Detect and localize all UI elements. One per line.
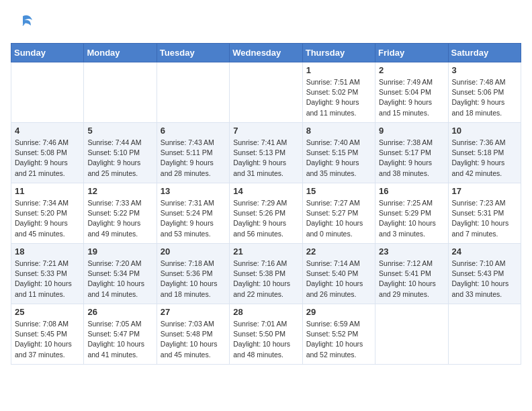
day-number: 22 [306,246,371,257]
calendar-cell: 10Sunrise: 7:36 AMSunset: 5:18 PMDayligh… [448,123,521,183]
cell-info: Sunrise: 7:34 AMSunset: 5:20 PMDaylight:… [15,198,80,239]
day-number: 28 [233,307,298,317]
day-number: 20 [161,246,226,257]
calendar-cell: 9Sunrise: 7:38 AMSunset: 5:17 PMDaylight… [375,123,448,183]
cell-info: Sunrise: 7:05 AMSunset: 5:47 PMDaylight:… [87,319,152,360]
day-number: 19 [87,246,152,257]
calendar-cell [375,304,448,365]
day-number: 6 [161,126,226,136]
calendar-cell: 11Sunrise: 7:34 AMSunset: 5:20 PMDayligh… [11,183,84,244]
calendar-cell: 16Sunrise: 7:25 AMSunset: 5:29 PMDayligh… [375,183,448,244]
calendar-cell: 28Sunrise: 7:01 AMSunset: 5:50 PMDayligh… [230,304,302,365]
cell-info: Sunrise: 7:23 AMSunset: 5:31 PMDaylight:… [452,198,517,239]
cell-info: Sunrise: 7:44 AMSunset: 5:10 PMDaylight:… [87,138,152,179]
cell-info: Sunrise: 7:12 AMSunset: 5:41 PMDaylight:… [379,259,444,300]
calendar-header-row: SundayMondayTuesdayWednesdayThursdayFrid… [11,44,521,62]
calendar-cell: 20Sunrise: 7:18 AMSunset: 5:36 PMDayligh… [157,244,229,304]
day-number: 12 [87,186,152,196]
day-number: 26 [87,307,152,317]
day-number: 29 [306,307,371,317]
calendar-cell: 7Sunrise: 7:41 AMSunset: 5:13 PMDaylight… [230,123,302,183]
calendar-cell: 21Sunrise: 7:16 AMSunset: 5:38 PMDayligh… [230,244,302,304]
cell-info: Sunrise: 6:59 AMSunset: 5:52 PMDaylight:… [306,319,371,360]
page-header [11,11,521,35]
cell-info: Sunrise: 7:36 AMSunset: 5:18 PMDaylight:… [452,138,517,179]
calendar-cell [448,304,521,365]
calendar-cell: 22Sunrise: 7:14 AMSunset: 5:40 PMDayligh… [302,244,375,304]
calendar-week-row: 4Sunrise: 7:46 AMSunset: 5:08 PMDaylight… [11,123,521,183]
day-number: 10 [452,126,517,136]
calendar-cell: 26Sunrise: 7:05 AMSunset: 5:47 PMDayligh… [84,304,157,365]
day-number: 21 [233,246,298,257]
cell-info: Sunrise: 7:48 AMSunset: 5:06 PMDaylight:… [452,77,517,118]
calendar-week-row: 18Sunrise: 7:21 AMSunset: 5:33 PMDayligh… [11,244,521,304]
cell-info: Sunrise: 7:33 AMSunset: 5:22 PMDaylight:… [87,198,152,239]
calendar-cell: 1Sunrise: 7:51 AMSunset: 5:02 PMDaylight… [302,62,375,123]
day-number: 7 [233,126,298,136]
header-saturday: Saturday [448,44,521,62]
cell-info: Sunrise: 7:08 AMSunset: 5:45 PMDaylight:… [15,319,80,360]
calendar-cell: 4Sunrise: 7:46 AMSunset: 5:08 PMDaylight… [11,123,84,183]
cell-info: Sunrise: 7:27 AMSunset: 5:27 PMDaylight:… [306,198,371,239]
cell-info: Sunrise: 7:41 AMSunset: 5:13 PMDaylight:… [233,138,298,179]
cell-info: Sunrise: 7:21 AMSunset: 5:33 PMDaylight:… [15,259,80,300]
calendar-cell: 19Sunrise: 7:20 AMSunset: 5:34 PMDayligh… [84,244,157,304]
cell-info: Sunrise: 7:20 AMSunset: 5:34 PMDaylight:… [87,259,152,300]
cell-info: Sunrise: 7:14 AMSunset: 5:40 PMDaylight:… [306,259,371,300]
calendar-week-row: 25Sunrise: 7:08 AMSunset: 5:45 PMDayligh… [11,304,521,365]
cell-info: Sunrise: 7:43 AMSunset: 5:11 PMDaylight:… [161,138,226,179]
header-thursday: Thursday [302,44,375,62]
cell-info: Sunrise: 7:10 AMSunset: 5:43 PMDaylight:… [452,259,517,300]
calendar-table: SundayMondayTuesdayWednesdayThursdayFrid… [11,43,521,365]
cell-info: Sunrise: 7:18 AMSunset: 5:36 PMDaylight:… [161,259,226,300]
calendar-cell: 13Sunrise: 7:31 AMSunset: 5:24 PMDayligh… [157,183,229,244]
cell-info: Sunrise: 7:16 AMSunset: 5:38 PMDaylight:… [233,259,298,300]
header-wednesday: Wednesday [230,44,302,62]
calendar-cell: 5Sunrise: 7:44 AMSunset: 5:10 PMDaylight… [84,123,157,183]
calendar-cell: 25Sunrise: 7:08 AMSunset: 5:45 PMDayligh… [11,304,84,365]
day-number: 23 [379,246,444,257]
cell-info: Sunrise: 7:38 AMSunset: 5:17 PMDaylight:… [379,138,444,179]
calendar-cell [157,62,229,123]
calendar-cell: 29Sunrise: 6:59 AMSunset: 5:52 PMDayligh… [302,304,375,365]
day-number: 16 [379,186,444,196]
cell-info: Sunrise: 7:25 AMSunset: 5:29 PMDaylight:… [379,198,444,239]
cell-info: Sunrise: 7:01 AMSunset: 5:50 PMDaylight:… [233,319,298,360]
cell-info: Sunrise: 7:03 AMSunset: 5:48 PMDaylight:… [161,319,226,360]
calendar-cell: 18Sunrise: 7:21 AMSunset: 5:33 PMDayligh… [11,244,84,304]
day-number: 4 [15,126,80,136]
logo-icon [11,11,35,35]
day-number: 25 [15,307,80,317]
cell-info: Sunrise: 7:31 AMSunset: 5:24 PMDaylight:… [161,198,226,239]
day-number: 5 [87,126,152,136]
day-number: 14 [233,186,298,196]
day-number: 9 [379,126,444,136]
day-number: 11 [15,186,80,196]
day-number: 24 [452,246,517,257]
day-number: 27 [161,307,226,317]
day-number: 13 [161,186,226,196]
calendar-cell: 17Sunrise: 7:23 AMSunset: 5:31 PMDayligh… [448,183,521,244]
header-monday: Monday [84,44,157,62]
day-number: 18 [15,246,80,257]
calendar-cell: 6Sunrise: 7:43 AMSunset: 5:11 PMDaylight… [157,123,229,183]
cell-info: Sunrise: 7:51 AMSunset: 5:02 PMDaylight:… [306,77,371,118]
calendar-cell: 23Sunrise: 7:12 AMSunset: 5:41 PMDayligh… [375,244,448,304]
calendar-cell [84,62,157,123]
header-sunday: Sunday [11,44,84,62]
cell-info: Sunrise: 7:29 AMSunset: 5:26 PMDaylight:… [233,198,298,239]
day-number: 17 [452,186,517,196]
calendar-cell: 14Sunrise: 7:29 AMSunset: 5:26 PMDayligh… [230,183,302,244]
calendar-week-row: 11Sunrise: 7:34 AMSunset: 5:20 PMDayligh… [11,183,521,244]
day-number: 15 [306,186,371,196]
calendar-cell [11,62,84,123]
calendar-week-row: 1Sunrise: 7:51 AMSunset: 5:02 PMDaylight… [11,62,521,123]
calendar-cell: 8Sunrise: 7:40 AMSunset: 5:15 PMDaylight… [302,123,375,183]
header-friday: Friday [375,44,448,62]
calendar-cell [230,62,302,123]
day-number: 3 [452,65,517,75]
calendar-cell: 15Sunrise: 7:27 AMSunset: 5:27 PMDayligh… [302,183,375,244]
cell-info: Sunrise: 7:46 AMSunset: 5:08 PMDaylight:… [15,138,80,179]
day-number: 1 [306,65,371,75]
header-tuesday: Tuesday [157,44,229,62]
